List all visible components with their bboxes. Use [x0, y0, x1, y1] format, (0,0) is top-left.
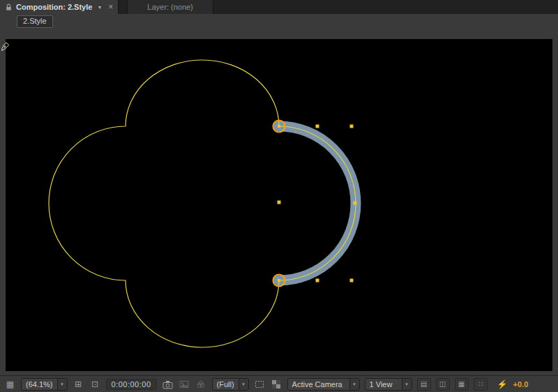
- 3d-view-dropdown[interactable]: Active Camera ▼: [287, 378, 360, 391]
- current-time-display[interactable]: 0:00:00:00: [106, 379, 157, 390]
- magnification-value: (64.1%): [22, 380, 57, 389]
- chevron-down-icon: ▼: [57, 379, 67, 390]
- mini-flowchart-icon[interactable]: ∷: [474, 378, 488, 391]
- viewer-lock-icon[interactable]: [5, 3, 13, 11]
- comp-navigator-row: 2.Style: [0, 14, 558, 29]
- viewport: [0, 29, 558, 375]
- panel-tab-bar: Composition: 2.Style ▼ × Layer: (none): [0, 0, 558, 14]
- chevron-down-icon: ▼: [239, 379, 248, 390]
- transparency-grid-icon[interactable]: [271, 379, 282, 390]
- resolution-value: (Full): [213, 380, 239, 389]
- mask-path-visibility-icon[interactable]: ⊡: [89, 379, 101, 390]
- viewer-menu-icon[interactable]: ▼: [97, 5, 102, 10]
- tab-close-icon[interactable]: ×: [108, 3, 113, 11]
- composition-flowchart-icon[interactable]: ▦: [455, 378, 469, 391]
- magnification-dropdown[interactable]: (64.1%) ▼: [21, 378, 68, 391]
- tab-layer-label: Layer: (none): [147, 3, 193, 11]
- exposure-value[interactable]: +0.0: [513, 380, 529, 389]
- panel-grid-icon[interactable]: ▦: [4, 379, 16, 390]
- region-of-interest-icon[interactable]: [254, 379, 266, 390]
- pixel-aspect-ratio-icon[interactable]: ▤: [417, 378, 431, 391]
- timeline-icon[interactable]: ◫: [436, 378, 450, 391]
- view-layout-dropdown[interactable]: 1 View ▼: [365, 378, 412, 391]
- tab-composition[interactable]: Composition: 2.Style ▼ ×: [0, 0, 119, 14]
- comp-chip[interactable]: 2.Style: [17, 15, 53, 28]
- take-snapshot-icon[interactable]: [162, 379, 174, 390]
- show-channel-icon[interactable]: [195, 379, 207, 390]
- chevron-down-icon: ▼: [349, 379, 359, 390]
- fast-previews-icon[interactable]: ⚡: [497, 379, 508, 390]
- comp-canvas-svg: [6, 39, 552, 371]
- pen-cursor-icon: [1, 41, 10, 52]
- composition-panel: Composition: 2.Style ▼ × Layer: (none) 2…: [0, 0, 558, 392]
- chevron-down-icon: ▼: [402, 379, 412, 390]
- resolution-dropdown[interactable]: (Full) ▼: [212, 378, 249, 391]
- view-layout-value: 1 View: [365, 380, 402, 389]
- tab-composition-label: Composition: 2.Style: [16, 3, 92, 11]
- show-snapshot-icon[interactable]: [179, 379, 190, 390]
- 3d-view-value: Active Camera: [288, 380, 349, 389]
- statusbar: ▦ (64.1%) ▼ ⊞ ⊡ 0:00:00:00: [0, 375, 558, 392]
- comp-canvas[interactable]: [6, 39, 552, 371]
- grid-and-guides-icon[interactable]: ⊞: [73, 379, 84, 390]
- tab-layer[interactable]: Layer: (none): [127, 0, 213, 14]
